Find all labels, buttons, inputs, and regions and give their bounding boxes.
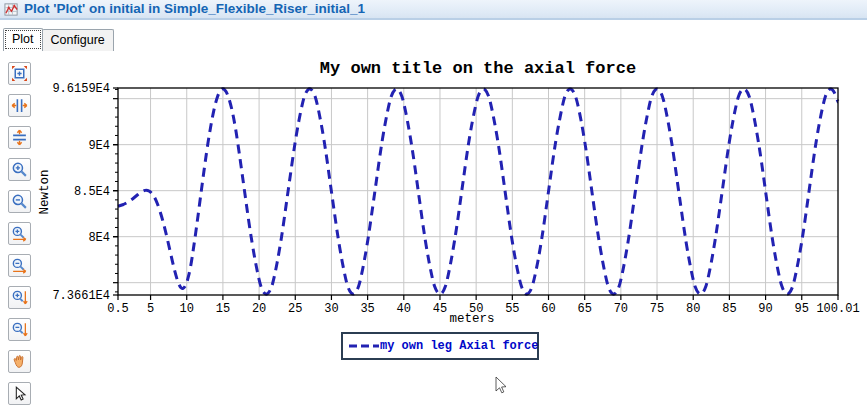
title-bar: Plot 'Plot' on initial in Simple_Flexibl… <box>0 0 867 20</box>
svg-text:5: 5 <box>147 302 154 316</box>
pointer-button[interactable] <box>8 382 31 405</box>
chart-series-curve <box>118 89 838 294</box>
fit-width-button[interactable] <box>8 94 31 117</box>
fit-width-icon <box>11 97 28 114</box>
window-title: Plot 'Plot' on initial in Simple_Flexibl… <box>24 1 365 16</box>
zoom-in-vertical-button[interactable] <box>8 286 31 309</box>
zoom-extents-button[interactable] <box>8 62 31 85</box>
pointer-arrow-icon <box>11 385 28 402</box>
zoom-out-vertical-button[interactable] <box>8 318 31 341</box>
svg-text:30: 30 <box>324 302 338 316</box>
tab-plot-label: Plot <box>12 32 34 46</box>
zoom-out-vertical-icon <box>11 321 28 338</box>
svg-text:8.5E4: 8.5E4 <box>74 185 110 199</box>
pan-hand-icon <box>11 353 28 370</box>
svg-text:9.6159E4: 9.6159E4 <box>52 82 110 96</box>
zoom-in-icon <box>11 161 28 178</box>
fit-height-icon <box>11 129 28 146</box>
svg-text:85: 85 <box>722 302 736 316</box>
chart-legend: my own leg Axial force <box>341 332 539 360</box>
svg-text:35: 35 <box>360 302 374 316</box>
pan-button[interactable] <box>8 350 31 373</box>
svg-text:9E4: 9E4 <box>88 139 110 153</box>
tab-configure-label: Configure <box>51 33 105 47</box>
svg-text:95: 95 <box>795 302 809 316</box>
chart-tick-labels: 0.55101520253035404550556065707580859095… <box>52 82 859 316</box>
x-axis-label: meters <box>449 312 494 326</box>
svg-text:75: 75 <box>650 302 664 316</box>
svg-text:45: 45 <box>433 302 447 316</box>
zoom-out-icon <box>11 193 28 210</box>
zoom-in-vertical-icon <box>11 289 28 306</box>
svg-text:40: 40 <box>397 302 411 316</box>
legend-series-label: my own leg Axial force <box>380 339 538 353</box>
tab-plot[interactable]: Plot <box>3 28 43 51</box>
svg-text:25: 25 <box>288 302 302 316</box>
svg-text:15: 15 <box>216 302 230 316</box>
mouse-cursor <box>494 376 508 396</box>
svg-text:100.01: 100.01 <box>816 302 859 316</box>
zoom-in-horizontal-icon <box>11 225 28 242</box>
zoom-out-horizontal-button[interactable] <box>8 254 31 277</box>
zoom-out-horizontal-icon <box>11 257 28 274</box>
svg-text:55: 55 <box>505 302 519 316</box>
zoom-extents-icon <box>11 65 28 82</box>
fit-height-button[interactable] <box>8 126 31 149</box>
svg-text:65: 65 <box>577 302 591 316</box>
plot-window: Plot 'Plot' on initial in Simple_Flexibl… <box>0 0 867 410</box>
tab-configure[interactable]: Configure <box>42 29 114 51</box>
svg-text:20: 20 <box>252 302 266 316</box>
svg-text:0.5: 0.5 <box>107 302 129 316</box>
svg-text:8E4: 8E4 <box>88 231 110 245</box>
svg-text:60: 60 <box>541 302 555 316</box>
chart-title: My own title on the axial force <box>320 59 636 78</box>
svg-text:70: 70 <box>614 302 628 316</box>
tab-bar: Plot Configure <box>0 28 867 51</box>
svg-text:7.3661E4: 7.3661E4 <box>52 289 110 303</box>
svg-text:80: 80 <box>686 302 700 316</box>
svg-text:10: 10 <box>180 302 194 316</box>
zoom-out-button[interactable] <box>8 190 31 213</box>
legend-line-sample <box>349 341 379 351</box>
chart-gridlines <box>118 88 838 295</box>
y-axis-label: Newton <box>38 169 52 214</box>
zoom-in-horizontal-button[interactable] <box>8 222 31 245</box>
zoom-in-button[interactable] <box>8 158 31 181</box>
zoom-toolbar <box>8 62 32 405</box>
svg-text:90: 90 <box>758 302 772 316</box>
plot-grid-icon <box>4 2 19 17</box>
